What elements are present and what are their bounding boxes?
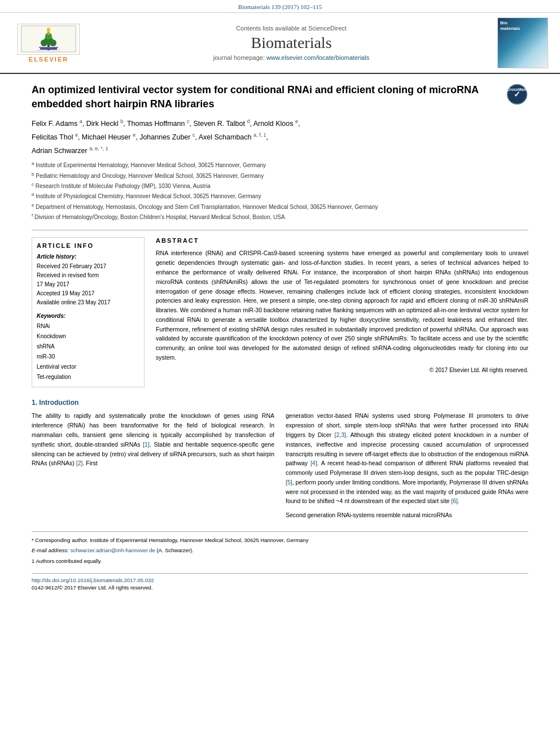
doi-url: http://dx.doi.org/10.1016/j.biomaterials… <box>32 577 528 583</box>
intro-col-1: The ability to rapidly and systematicall… <box>32 411 274 520</box>
intro-text-2: generation vector-based RNAi systems use… <box>286 411 528 506</box>
journal-center-info: Contents lists available at ScienceDirec… <box>94 18 489 68</box>
journal-cover-image: Biomaterials <box>497 18 548 68</box>
homepage-label: journal homepage: <box>213 54 265 61</box>
elsevier-wordmark: ELSEVIER <box>29 56 68 63</box>
paper-title: An optimized lentiviral vector system fo… <box>32 83 500 111</box>
svg-point-8 <box>47 28 50 32</box>
article-info-heading: ARTICLE INFO <box>37 242 139 249</box>
email-link[interactable]: schwarzer.adrian@mh-hannover.de <box>71 547 155 553</box>
keywords-list: RNAi Knockdown shRNA miR-30 Lentiviral v… <box>37 321 139 382</box>
sciencedirect-line: Contents lists available at ScienceDirec… <box>236 25 347 32</box>
doi-footer: http://dx.doi.org/10.1016/j.biomaterials… <box>32 573 528 591</box>
affil-f: f Division of Hematology/Oncology, Bosto… <box>32 212 528 222</box>
abstract-column: ABSTRACT RNA interference (RNAi) and CRI… <box>156 237 528 387</box>
elsevier-tree-image <box>18 24 80 55</box>
svg-rect-11 <box>39 47 58 48</box>
affil-b: b Pediatric Hematology and Oncology, Han… <box>32 171 528 181</box>
revised-label: Received in revised form <box>37 272 99 278</box>
article-history-title: Article history: <box>37 254 139 260</box>
svg-point-5 <box>50 40 56 46</box>
section-divider <box>32 230 528 230</box>
abstract-text: RNA interference (RNAi) and CRISPR-Cas9-… <box>156 248 528 362</box>
revised-date: 17 May 2017 <box>37 281 69 287</box>
intro-text-3: Second generation RNAi-systems resemble … <box>286 510 528 520</box>
email-person: (A. Schwarzer). <box>156 547 193 553</box>
introduction-section: 1. Introduction The ability to rapidly a… <box>32 399 528 520</box>
intro-columns: The ability to rapidly and systematicall… <box>32 411 528 520</box>
affiliations-section: a Institute of Experimental Hematology, … <box>32 160 528 222</box>
affil-d: d Institute of Physiological Chemistry, … <box>32 191 528 201</box>
article-info-box: ARTICLE INFO Article history: Received 2… <box>32 237 145 387</box>
paper-title-section: An optimized lentiviral vector system fo… <box>32 83 528 111</box>
accepted-date: Accepted 19 May 2017 <box>37 290 94 296</box>
journal-title: Biomaterials <box>251 34 331 52</box>
article-info-column: ARTICLE INFO Article history: Received 2… <box>32 237 145 387</box>
journal-cover-section: Biomaterials <box>495 18 551 68</box>
email-footnote: E-mail address: schwarzer.adrian@mh-hann… <box>32 547 528 554</box>
copyright-text: © 2017 Elsevier Ltd. All rights reserved… <box>156 367 528 373</box>
svg-text:CrossMark: CrossMark <box>507 88 527 91</box>
intro-col-2: generation vector-based RNAi systems use… <box>286 411 528 520</box>
keyword-1: RNAi <box>37 323 50 329</box>
elsevier-logo-section: ELSEVIER <box>9 18 88 68</box>
keywords-title: Keywords: <box>37 313 139 319</box>
received-date: Received 20 February 2017 <box>37 263 106 269</box>
intro-heading: 1. Introduction <box>32 399 528 407</box>
journal-homepage: journal homepage: www.elsevier.com/locat… <box>213 54 369 61</box>
available-date: Available online 23 May 2017 <box>37 299 110 305</box>
authors-section: Felix F. Adams a, Dirk Heckl b, Thomas H… <box>32 117 528 157</box>
homepage-url[interactable]: www.elsevier.com/locate/biomaterials <box>266 54 369 61</box>
doi-rights: 0142-9612/© 2017 Elsevier Ltd. All right… <box>32 584 528 591</box>
article-abstract-columns: ARTICLE INFO Article history: Received 2… <box>32 237 528 387</box>
keyword-3: shRNA <box>37 343 55 350</box>
crossmark-icon: ✓ CrossMark <box>507 84 527 104</box>
doi-bar: Biomaterials 139 (2017) 102–115 <box>0 0 560 13</box>
cover-label: Biomaterials <box>500 20 520 31</box>
keyword-6: Tet-regulation <box>37 374 71 380</box>
footer-notes: * Corresponding author. Institute of Exp… <box>32 531 528 565</box>
affil-c: c Research Institute of Molecular Pathol… <box>32 181 528 191</box>
affil-a: a Institute of Experimental Hematology, … <box>32 160 528 170</box>
doi-text: Biomaterials 139 (2017) 102–115 <box>238 3 322 10</box>
affil-e: e Department of Hematology, Hemostasis, … <box>32 202 528 212</box>
keyword-5: Lentiviral vector <box>37 364 76 370</box>
crossmark-section: ✓ CrossMark <box>506 83 528 106</box>
main-content: An optimized lentiviral vector system fo… <box>9 74 551 602</box>
intro-text-1: The ability to rapidly and systematicall… <box>32 411 274 468</box>
article-history-content: Received 20 February 2017 Received in re… <box>37 262 139 307</box>
abstract-heading: ABSTRACT <box>156 237 528 244</box>
contents-text: Contents lists available at ScienceDirec… <box>236 25 347 32</box>
svg-point-4 <box>41 40 47 46</box>
keyword-4: miR-30 <box>37 353 55 360</box>
keyword-2: Knockdown <box>37 333 66 339</box>
number-footnote: 1 Authors contributed equally. <box>32 557 528 565</box>
journal-header: ELSEVIER Contents lists available at Sci… <box>0 13 560 74</box>
star-footnote: * Corresponding author. Institute of Exp… <box>32 536 528 544</box>
elsevier-logo: ELSEVIER <box>9 24 88 63</box>
